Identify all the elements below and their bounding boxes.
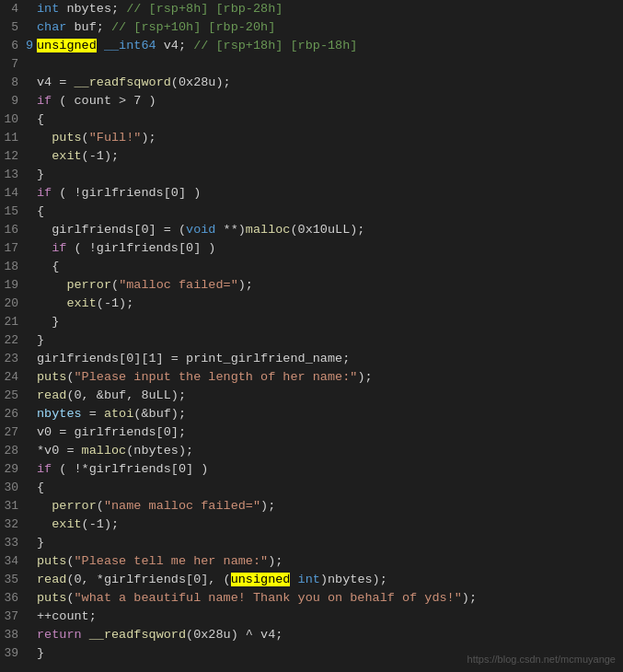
code-token (97, 39, 104, 52)
line-number: 16 (0, 221, 26, 239)
table-row: 31 perror("name malloc failed="); (0, 497, 623, 516)
table-row: 27v0 = girlfriends[0]; (0, 423, 623, 442)
code-token: v4; (156, 39, 194, 52)
code-token (37, 499, 52, 513)
code-token: nbytes (37, 407, 82, 421)
table-row: 23girlfriends[0][1] = print_girlfriend_n… (0, 350, 623, 368)
table-row: 38return __readfsqword(0x28u) ^ v4; (0, 626, 623, 644)
code-token: if (37, 462, 52, 476)
line-number: 10 (0, 110, 26, 129)
line-content: if ( count > 7 ) (33, 92, 623, 110)
line-number: 24 (0, 368, 26, 387)
code-token: (0x28u) ^ v4; (186, 628, 283, 642)
code-token: (0, *girlfriends[0], ( (66, 573, 230, 586)
code-token: (-1); (97, 296, 134, 310)
line-content: { (33, 479, 623, 497)
table-row: 28*v0 = malloc(nbytes); (0, 442, 623, 460)
table-row: 16 girlfriends[0] = (void **)malloc(0x10… (0, 221, 623, 239)
code-token: malloc (82, 444, 127, 458)
table-row: 30{ (0, 479, 623, 497)
code-token: ( (66, 554, 74, 568)
code-token: (0x10uLL); (290, 223, 364, 237)
line-number: 34 (0, 552, 26, 571)
line-number: 19 (0, 276, 26, 295)
table-row: 69unsigned __int64 v4; // [rsp+18h] [rbp… (0, 37, 623, 55)
line-number: 28 (0, 442, 26, 460)
line-number: 38 (0, 626, 26, 644)
line-content: if ( !*girlfriends[0] ) (33, 460, 623, 479)
table-row: 10{ (0, 110, 623, 129)
code-token: ++count; (37, 609, 97, 623)
code-token: malloc (246, 223, 291, 237)
code-token: ( !girlfriends[0] ) (52, 186, 201, 200)
code-token: ( count > 7 ) (52, 94, 156, 108)
line-content: *v0 = malloc(nbytes); (33, 442, 623, 460)
code-token: (-1); (82, 149, 120, 163)
line-dot: 9 (26, 37, 33, 55)
table-row: 17 if ( !girlfriends[0] ) (0, 239, 623, 258)
table-row: 36puts("what a beautiful name! Thank you… (0, 589, 623, 608)
table-row: 13} (0, 166, 623, 184)
line-number: 25 (0, 387, 26, 405)
line-content: exit(-1); (33, 516, 623, 534)
code-token: __readfsqword (75, 75, 171, 89)
code-token: "name malloc failed=" (104, 499, 260, 513)
table-row: 18 { (0, 258, 623, 276)
line-content: } (33, 166, 623, 184)
table-row: 32 exit(-1); (0, 516, 623, 534)
code-token: (0, &buf, 8uLL); (66, 388, 186, 402)
line-number: 32 (0, 516, 26, 534)
code-token: girlfriends[0][1] = print_girlfriend_nam… (37, 352, 350, 365)
line-number: 18 (0, 258, 26, 276)
code-token: nbytes; (59, 2, 126, 16)
line-number: 6 (0, 37, 26, 55)
line-content: return __readfsqword(0x28u) ^ v4; (33, 626, 623, 644)
code-token: void (186, 223, 215, 237)
line-number: 12 (0, 147, 26, 166)
code-token: "Please tell me her name:" (75, 554, 269, 568)
line-number: 14 (0, 184, 26, 203)
code-token: if (52, 241, 66, 255)
code-token: puts (52, 131, 81, 145)
code-token: __readfsqword (89, 628, 186, 642)
code-token: } (37, 646, 44, 660)
code-token: __int64 (104, 39, 156, 52)
table-row: 12 exit(-1); (0, 147, 623, 166)
code-token: ); (268, 554, 283, 568)
table-row: 14if ( !girlfriends[0] ) (0, 184, 623, 203)
code-token: ( (66, 591, 74, 605)
code-token: puts (37, 370, 66, 384)
line-content: read(0, *girlfriends[0], (unsigned int)n… (33, 571, 623, 589)
line-content: v4 = __readfsqword(0x28u); (33, 74, 623, 92)
line-number: 31 (0, 497, 26, 516)
line-content: int nbytes; // [rsp+8h] [rbp-28h] (33, 0, 623, 18)
line-content: girlfriends[0][1] = print_girlfriend_nam… (33, 350, 623, 368)
code-token: read (37, 573, 66, 586)
line-content: { (33, 258, 623, 276)
code-token: "Full!" (89, 131, 142, 145)
line-content: ++count; (33, 608, 623, 626)
code-token: (0x28u); (171, 75, 231, 89)
code-token: unsigned (37, 39, 97, 52)
code-token: read (37, 388, 66, 402)
code-token: puts (37, 591, 66, 605)
table-row: 29if ( !*girlfriends[0] ) (0, 460, 623, 479)
table-row: 26nbytes = atoi(&buf); (0, 405, 623, 423)
line-content: puts("Please tell me her name:"); (33, 552, 623, 571)
code-token: { (37, 481, 44, 494)
code-token: { (37, 204, 44, 218)
line-content: exit(-1); (33, 147, 623, 166)
code-token: ( (82, 131, 89, 145)
code-token: exit (52, 517, 81, 531)
code-token: puts (37, 554, 66, 568)
table-row: 20 exit(-1); (0, 295, 623, 313)
code-token: girlfriends[0] = ( (37, 223, 186, 237)
code-token: )nbytes); (320, 573, 387, 586)
table-row: 24puts("Please input the length of her n… (0, 368, 623, 387)
code-token: } (37, 333, 44, 347)
code-token: ); (462, 591, 477, 605)
code-token: perror (52, 499, 97, 513)
line-content: nbytes = atoi(&buf); (33, 405, 623, 423)
line-number: 8 (0, 74, 26, 92)
code-token: ); (141, 131, 156, 145)
